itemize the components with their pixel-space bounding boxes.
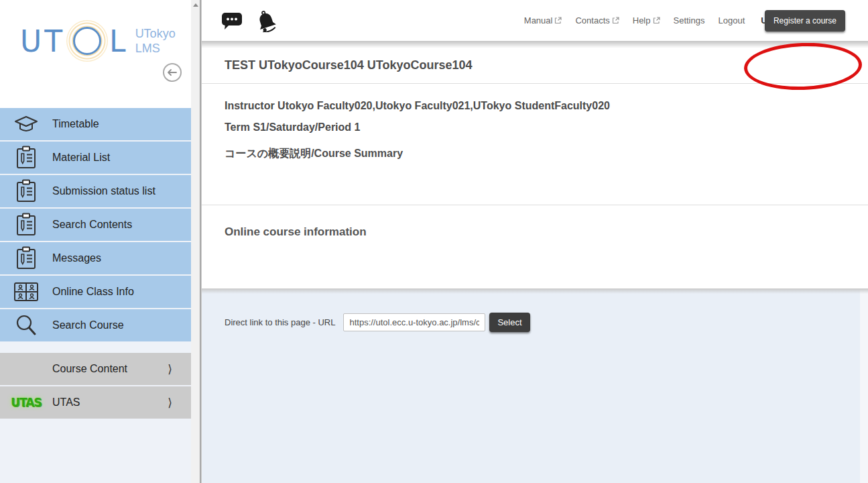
sidebar-item-label: UTAS xyxy=(52,396,168,409)
page-scrollbar-track[interactable] xyxy=(860,288,868,483)
direct-link-row: Direct link to this page - URL Select xyxy=(225,313,868,332)
sidebar-item-label: Submission status list xyxy=(52,185,191,197)
course-card-body: Instructor Utokyo Faculty020,Utokyo Facu… xyxy=(202,84,868,161)
sidebar-item-online-class-info[interactable]: Online Class Info xyxy=(0,276,191,308)
external-link-icon xyxy=(653,17,660,24)
sidebar-scrollbar[interactable] xyxy=(191,0,200,483)
logo-letter-l: L xyxy=(109,24,129,58)
clipboard-icon xyxy=(0,213,52,237)
external-link-icon xyxy=(554,17,562,24)
course-card: TEST UTokyoCourse104 UTokyoCourse104 Ins… xyxy=(202,48,868,288)
notifications-bell-icon[interactable] xyxy=(254,9,278,32)
logo-letter-u: U xyxy=(20,24,44,58)
logo-tagline-line2: LMS xyxy=(135,41,176,56)
direct-link-url-input[interactable] xyxy=(343,313,485,331)
sidebar-item-search-contents[interactable]: Search Contents xyxy=(0,209,191,241)
sidebar-item-label: Messages xyxy=(52,252,191,264)
sidebar-item-label: Course Content xyxy=(52,363,168,375)
card-bottom-shadow xyxy=(202,288,868,294)
people-grid-icon xyxy=(0,282,52,302)
sidebar-menu: Timetable Material List Submission statu… xyxy=(0,108,191,420)
utol-logo-letters: UTL xyxy=(20,20,129,62)
nav-link-help[interactable]: Help xyxy=(633,15,660,25)
clipboard-icon xyxy=(0,179,52,203)
term-line: Term S1/Saturday/Period 1 xyxy=(225,121,845,133)
sidebar-item-label: Material List xyxy=(52,152,191,164)
section-divider xyxy=(202,205,868,205)
messages-bubble-icon[interactable] xyxy=(221,11,243,31)
sidebar-item-label: Timetable xyxy=(52,118,191,130)
online-course-info-heading: Online course information xyxy=(225,225,868,239)
logo-letter-t: T xyxy=(44,24,65,58)
logo-tagline-line1: UTokyo xyxy=(135,26,176,42)
external-link-icon xyxy=(612,17,619,24)
sidebar-item-messages[interactable]: Messages xyxy=(0,242,191,274)
clipboard-icon xyxy=(0,246,52,270)
sidebar-item-utas[interactable]: UTAS UTAS ⟩ xyxy=(0,386,191,419)
course-card-header: TEST UTokyoCourse104 UTokyoCourse104 xyxy=(202,48,868,84)
sidebar-item-label: Online Class Info xyxy=(52,286,191,298)
scroll-up-icon[interactable] xyxy=(193,3,198,7)
sidebar-item-search-course[interactable]: Search Course xyxy=(0,309,191,341)
topbar-shadow xyxy=(202,41,868,48)
sidebar-item-course-content[interactable]: Course Content ⟩ xyxy=(0,353,191,385)
sidebar-item-label: Search Course xyxy=(52,319,191,331)
nav-link-logout[interactable]: Logout xyxy=(718,15,745,25)
sidebar-item-material-list[interactable]: Material List xyxy=(0,142,191,174)
logo-tagline: UTokyo LMS xyxy=(135,26,176,56)
chevron-right-icon: ⟩ xyxy=(168,362,172,376)
left-arrow-icon xyxy=(167,68,178,76)
main-panel: Manual Contacts Help Settings Logout Uto… xyxy=(202,0,868,483)
menu-section-gap xyxy=(0,343,191,353)
nav-link-manual[interactable]: Manual xyxy=(524,15,562,25)
sidebar-item-label: Search Contents xyxy=(52,219,191,231)
instructor-line: Instructor Utokyo Faculty020,Utokyo Facu… xyxy=(225,100,845,112)
course-summary-heading: コースの概要説明/Course Summary xyxy=(225,147,845,161)
utas-logo-icon: UTAS xyxy=(0,396,52,409)
sidebar-item-timetable[interactable]: Timetable xyxy=(0,108,191,140)
nav-link-contacts[interactable]: Contacts xyxy=(575,15,619,25)
nav-link-settings[interactable]: Settings xyxy=(674,15,705,25)
select-button[interactable]: Select xyxy=(489,313,530,332)
clipboard-icon xyxy=(0,146,52,170)
collapse-sidebar-button[interactable] xyxy=(163,63,182,82)
graduation-cap-icon xyxy=(0,114,52,134)
logo-o-rings-icon xyxy=(66,20,108,62)
utol-logo: UTL UTokyo LMS xyxy=(20,20,191,62)
sidebar-item-submission-status-list[interactable]: Submission status list xyxy=(0,175,191,207)
utol-lms-page: UTL UTokyo LMS Timetable xyxy=(0,0,868,483)
chevron-right-icon: ⟩ xyxy=(168,396,172,409)
direct-link-label: Direct link to this page - URL xyxy=(225,317,335,327)
sidebar-header: UTL UTokyo LMS xyxy=(0,0,191,108)
sidebar: UTL UTokyo LMS Timetable xyxy=(0,0,191,483)
search-icon xyxy=(0,314,52,337)
course-title: TEST UTokyoCourse104 UTokyoCourse104 xyxy=(225,58,472,72)
register-a-course-button[interactable]: Register a course xyxy=(765,10,845,32)
page-lower-area: Direct link to this page - URL Select xyxy=(202,288,868,483)
